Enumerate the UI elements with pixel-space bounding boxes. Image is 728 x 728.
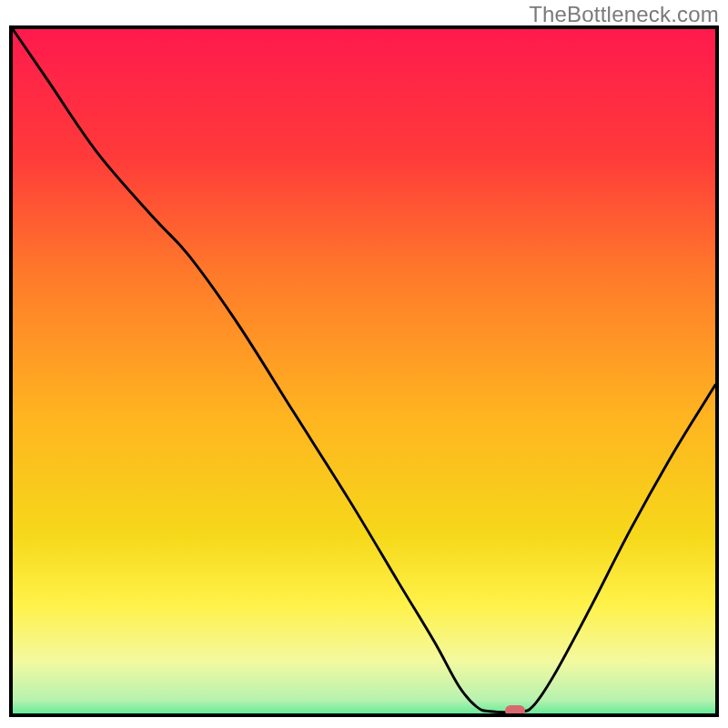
plot-frame (9, 25, 719, 717)
curve-layer (13, 29, 715, 713)
optimal-marker (505, 705, 525, 716)
bottleneck-curve (13, 29, 715, 712)
chart-container: TheBottleneck.com (0, 0, 728, 728)
watermark-label: TheBottleneck.com (529, 2, 719, 27)
